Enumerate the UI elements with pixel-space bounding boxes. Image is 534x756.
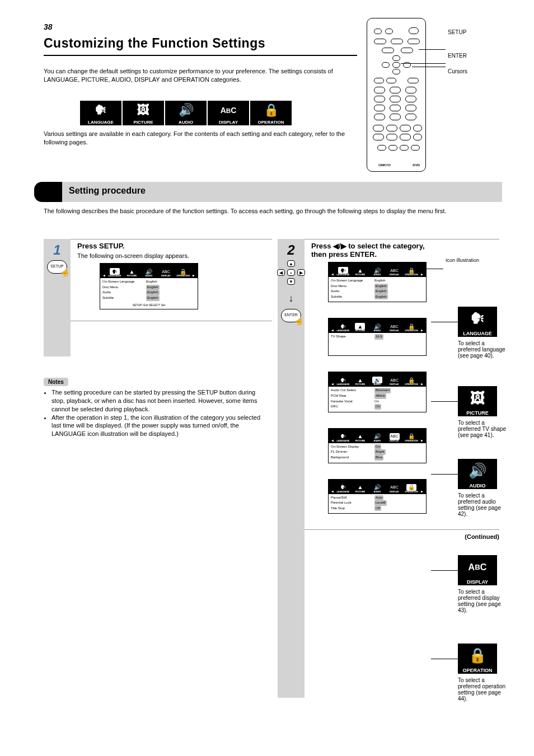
tab-picture: ▲PICTURE <box>124 268 139 277</box>
audio-category-desc: To select a preferred audio setting (see… <box>458 492 508 517</box>
remote-label-enter: ENTER <box>448 53 467 59</box>
setup-button-graphic: SETUP ☝ <box>47 260 67 274</box>
remote-label-cursors: Cursors <box>448 68 467 74</box>
intro-paragraph-1: You can change the default settings to c… <box>44 67 357 84</box>
tab-display: ABCDISPLAY <box>158 268 174 277</box>
osd-panel-audio: ◀ 🗣LANGUAGE ▲PICTURE 🔊AUDIO ABCDISPLAY 🔒… <box>328 372 427 412</box>
language-category-icon: 🗣LANGUAGE <box>458 307 497 337</box>
leader-line <box>431 474 458 475</box>
cursor-pad-graphic: ▲ ◀ • ▶ ▼ <box>277 260 305 288</box>
down-arrow-icon: ↓ <box>289 293 294 304</box>
step-1-number: 1 <box>53 242 60 258</box>
remote-control-diagram: ONKYO DVD <box>367 18 426 172</box>
page-title: Customizing the Function Settings <box>44 36 265 51</box>
operation-category-desc: To select a preferred operation setting … <box>458 677 508 702</box>
display-icon: ABCDISPLAY <box>208 101 249 125</box>
leader-line <box>431 570 458 571</box>
language-icon: 🗣LANGUAGE <box>80 101 121 125</box>
osd-panel-operation: ◀ 🗣LANGUAGE ▲PICTURE 🔊AUDIO ABCDISPLAY 🔒… <box>328 479 427 514</box>
leader-line <box>431 401 458 402</box>
intro-paragraph-2: Various settings are available in each c… <box>44 130 357 147</box>
leader-line <box>431 659 458 659</box>
section-title: Setting procedure <box>69 186 146 196</box>
osd-panel-display: ◀ 🗣LANGUAGE ▲PICTURE 🔊AUDIO ABCDISPLAY 🔒… <box>328 428 427 463</box>
leader-line <box>431 322 458 322</box>
audio-icon: 🔊AUDIO <box>165 101 207 125</box>
note-item: After the operation in step 1, the icon … <box>51 414 268 439</box>
osd-panel-picture: ◀ 🗣LANGUAGE ▲PICTURE 🔊AUDIO ABCDISPLAY 🔒… <box>328 318 427 356</box>
picture-category-desc: To select a preferred TV shape (see page… <box>458 420 508 438</box>
osd-panel-step1: ◀ 🗣LANGUAGE ▲PICTURE 🔊AUDIO ABCDISPLAY 🔒… <box>100 263 198 309</box>
picture-icon: 🖼PICTURE <box>123 101 164 125</box>
notes-badge: Notes <box>44 378 68 386</box>
title-rule <box>44 55 357 56</box>
section-header: Setting procedure <box>34 182 502 202</box>
leader-enter <box>401 63 446 64</box>
step-1-text: The following on-screen display appears. <box>77 252 272 260</box>
tab-audio: 🔊AUDIO <box>141 268 157 277</box>
step-2-title: Press ◀/▶ to select the category, then p… <box>311 242 499 259</box>
audio-category-icon: 🔊AUDIO <box>458 459 497 489</box>
section-description: The following describes the basic proced… <box>44 207 497 215</box>
category-icons-row: 🗣LANGUAGE 🖼PICTURE 🔊AUDIO ABCDISPLAY 🔒OP… <box>80 101 292 125</box>
continued-label: (Continued) <box>278 533 499 540</box>
note-item: The setting procedure can be started by … <box>51 388 268 414</box>
picture-category-icon: 🖼PICTURE <box>458 386 497 416</box>
leader-setup <box>419 49 446 50</box>
notes-section: Notes The setting procedure can be start… <box>44 378 268 438</box>
step-1: 1 SETUP ☝ Press SETUP. The following on-… <box>44 239 272 309</box>
leader-cursors <box>412 67 446 67</box>
operation-category-icon: 🔒OPERATION <box>458 644 497 674</box>
language-category-desc: To select a preferred language (see page… <box>458 340 508 359</box>
step-2-number: 2 <box>287 242 294 258</box>
step-1-title: Press SETUP. <box>77 242 272 250</box>
display-category-icon: ABCDISPLAY <box>458 555 497 585</box>
page-number: 38 <box>44 22 53 31</box>
tab-operation: 🔒OPERATION <box>175 268 191 277</box>
operation-icon: 🔒OPERATION <box>250 101 292 125</box>
icon-illustration-label: Icon illustration <box>446 257 499 263</box>
remote-label-setup: SETUP <box>448 29 466 35</box>
display-category-desc: To select a preferred display setting (s… <box>458 589 508 613</box>
osd-panel-language: ◀ 🗣LANGUAGE ▲PICTURE 🔊AUDIO ABCDISPLAY 🔒… <box>328 262 427 302</box>
enter-button-graphic: ENTER ☝ <box>281 309 301 322</box>
tab-language: 🗣LANGUAGE <box>107 268 123 277</box>
